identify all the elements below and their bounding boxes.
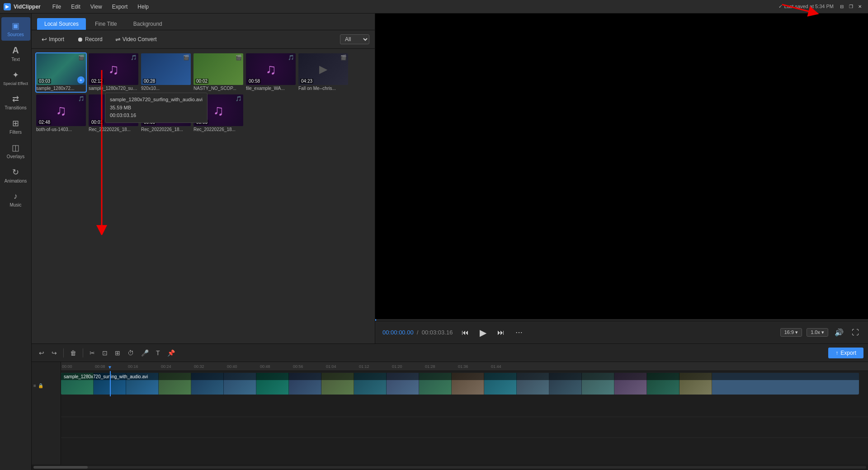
sidebar-item-filters[interactable]: ⊞ Filters bbox=[1, 115, 30, 138]
menu-help[interactable]: Help bbox=[133, 3, 153, 11]
redo-button[interactable]: ↪ bbox=[49, 348, 60, 358]
transitions-icon: ⇄ bbox=[12, 94, 19, 104]
play-button[interactable]: ▶ bbox=[478, 325, 488, 340]
video-convert-button[interactable]: ⇌ Video Convert bbox=[111, 34, 161, 45]
fullscreen-button[interactable]: ⛶ bbox=[850, 327, 861, 338]
total-duration: 00:03:03.16 bbox=[422, 329, 453, 336]
ruler-mark-4: 00:32 bbox=[194, 364, 204, 369]
track-menu-icon[interactable]: ≡ bbox=[33, 383, 36, 388]
track-lock-icon[interactable]: 🔒 bbox=[38, 383, 43, 388]
duration-9: 00:00 bbox=[143, 120, 156, 125]
ruler-mark-12: 01:36 bbox=[458, 364, 468, 369]
sidebar-label-filters: Filters bbox=[9, 130, 22, 135]
audio-type-icon-8: 🎵 bbox=[131, 96, 137, 102]
timeline-toolbar: ↩ ↪ 🗑 ✂ ⊡ ⊞ ⏱ 🎤 T 📌 bbox=[32, 344, 868, 362]
pin-button[interactable]: 📌 bbox=[165, 348, 178, 358]
thumb-label-4: NASTY_NO_SCOP... bbox=[193, 85, 243, 92]
video-type-icon-1: 🎬 bbox=[78, 55, 85, 61]
video-clip[interactable]: sample_1280x720_surfing_with_audio.avi bbox=[61, 373, 859, 395]
track-controls-area: ≡ 🔒 bbox=[32, 371, 61, 400]
export-icon: ↑ bbox=[835, 350, 838, 356]
close-button[interactable]: ✕ bbox=[856, 3, 863, 10]
media-item-9[interactable]: ♫ 00:00 🎵 Rec_20220226_18... bbox=[141, 94, 191, 133]
media-item-7[interactable]: ♫ 02:48 🎵 both-of-us-1403... bbox=[36, 94, 86, 133]
thumb-img-2: ♫ 02:12 🎵 bbox=[89, 53, 138, 85]
tab-background[interactable]: Background bbox=[126, 18, 170, 30]
export-button[interactable]: ↑ Export bbox=[828, 348, 863, 358]
aspect-ratio-selector[interactable]: 16:9 ▾ bbox=[780, 328, 802, 337]
add-btn-1[interactable]: + bbox=[77, 76, 85, 84]
thumb-label-8: Rec_20220226_18... bbox=[89, 126, 138, 133]
minimize-button[interactable]: ⊟ bbox=[838, 3, 845, 10]
timeline-area: ↩ ↪ 🗑 ✂ ⊡ ⊞ ⏱ 🎤 T 📌 bbox=[32, 343, 868, 470]
import-button[interactable]: ↩ Import bbox=[37, 34, 69, 45]
duration-4: 00:02 bbox=[195, 79, 208, 84]
tab-fine-title[interactable]: Fine Title bbox=[88, 18, 124, 30]
delete-button[interactable]: 🗑 bbox=[67, 348, 79, 358]
filter-select[interactable]: All Video Audio bbox=[340, 34, 369, 44]
speed-selector[interactable]: 1.0x ▾ bbox=[807, 328, 828, 337]
next-frame-button[interactable]: ⏭ bbox=[495, 327, 506, 338]
ruler-mark-1: 00:08 bbox=[95, 364, 105, 369]
sidebar-item-sources[interactable]: ▣ Sources bbox=[1, 17, 30, 41]
media-item-5[interactable]: ♫ 00:58 🎵 file_example_WA... bbox=[246, 53, 296, 92]
sidebar-item-overlays[interactable]: ◫ Overlays bbox=[1, 139, 30, 163]
thumb-label-9: Rec_20220226_18... bbox=[141, 126, 191, 133]
crop-button[interactable]: ⊡ bbox=[99, 348, 110, 358]
record-icon: ⏺ bbox=[77, 36, 83, 43]
audio-type-icon-9: 🎵 bbox=[183, 96, 189, 102]
audio-track-3 bbox=[61, 438, 868, 459]
record-button[interactable]: ⏺ Record bbox=[72, 34, 107, 45]
maximize-button[interactable]: ❐ bbox=[847, 3, 854, 10]
undo-button[interactable]: ↩ bbox=[36, 348, 47, 358]
tab-local-sources[interactable]: Local Sources bbox=[37, 18, 86, 30]
media-item-10[interactable]: ♫ 00:03 🎵 Rec_20220226_18... bbox=[193, 94, 243, 133]
audio-button[interactable]: 🎤 bbox=[138, 348, 151, 358]
timeline-scrollbar[interactable] bbox=[32, 465, 868, 470]
scrollbar-thumb[interactable] bbox=[33, 466, 88, 469]
media-item-2[interactable]: ♫ 02:12 🎵 sample_1280x720_surfing... bbox=[89, 53, 138, 92]
timecode-display: 00:00:00.00 / 00:03:03.16 bbox=[382, 329, 453, 336]
filter-dropdown[interactable]: All Video Audio bbox=[340, 34, 369, 44]
media-item-8[interactable]: ♫ 00:01 🎵 Rec_20220226_18... bbox=[89, 94, 138, 133]
thumb-img-3: 00:28 🎬 bbox=[141, 53, 191, 85]
sidebar-label-overlays: Overlays bbox=[7, 154, 24, 159]
preview-scrubber-bar[interactable] bbox=[375, 319, 868, 321]
text-overlay-button[interactable]: T bbox=[153, 348, 163, 358]
record-label: Record bbox=[85, 36, 103, 42]
sidebar-item-text[interactable]: A Text bbox=[1, 42, 30, 66]
duration-6: 04:23 bbox=[300, 79, 313, 84]
split-button[interactable]: ✂ bbox=[87, 348, 98, 358]
sidebar-item-special-effect[interactable]: ✦ Special Effect bbox=[1, 66, 30, 89]
speed-button[interactable]: ⏱ bbox=[125, 348, 137, 358]
media-item-1[interactable]: 03:03 🎬 + sample_1280x72... bbox=[36, 53, 86, 92]
thumb-label-2: sample_1280x720_surfing... bbox=[89, 85, 138, 92]
media-item-4[interactable]: 00:02 🎬 NASTY_NO_SCOP... bbox=[193, 53, 243, 92]
sidebar-item-music[interactable]: ♪ Music bbox=[1, 188, 30, 211]
more-controls-button[interactable]: ⋯ bbox=[514, 326, 524, 338]
sidebar-label-text: Text bbox=[11, 57, 19, 62]
prev-frame-button[interactable]: ⏮ bbox=[460, 327, 471, 338]
ruler-mark-0: 00:00 bbox=[62, 364, 72, 369]
ruler-mark-6: 00:48 bbox=[260, 364, 270, 369]
ruler-mark-10: 01:20 bbox=[392, 364, 402, 369]
sidebar-item-animations[interactable]: ↻ Animations bbox=[1, 164, 30, 187]
track-labels: ≡ 🔒 bbox=[32, 362, 61, 465]
menu-export[interactable]: Export bbox=[108, 3, 132, 11]
audio-type-icon-7: 🎵 bbox=[78, 96, 85, 102]
detach-button[interactable]: ⊞ bbox=[112, 348, 123, 358]
sidebar-item-transitions[interactable]: ⇄ Transitions bbox=[1, 90, 30, 114]
media-item-6[interactable]: ▶ 04:23 🎬 Fall on Me--chris... bbox=[298, 53, 348, 92]
audio-track-1 bbox=[61, 396, 868, 417]
sidebar-label-special-effect: Special Effect bbox=[3, 81, 28, 86]
preview-controls: 00:00:00.00 / 00:03:03.16 ⏮ ▶ ⏭ ⋯ 16:9 ▾… bbox=[375, 321, 868, 343]
thumb-label-7: both-of-us-1403... bbox=[36, 126, 86, 133]
menu-edit[interactable]: Edit bbox=[66, 3, 85, 11]
sources-tab-bar: Local Sources Fine Title Background bbox=[32, 14, 375, 30]
menu-file[interactable]: File bbox=[48, 3, 66, 11]
menu-view[interactable]: View bbox=[86, 3, 107, 11]
media-item-3[interactable]: 00:28 🎬 920x10... bbox=[141, 53, 191, 92]
sidebar-label-sources: Sources bbox=[7, 32, 24, 37]
volume-icon[interactable]: 🔊 bbox=[833, 326, 845, 338]
timeline-ruler[interactable]: 00:00 00:08 00:16 00:24 00:32 00:40 00:4… bbox=[61, 362, 868, 371]
